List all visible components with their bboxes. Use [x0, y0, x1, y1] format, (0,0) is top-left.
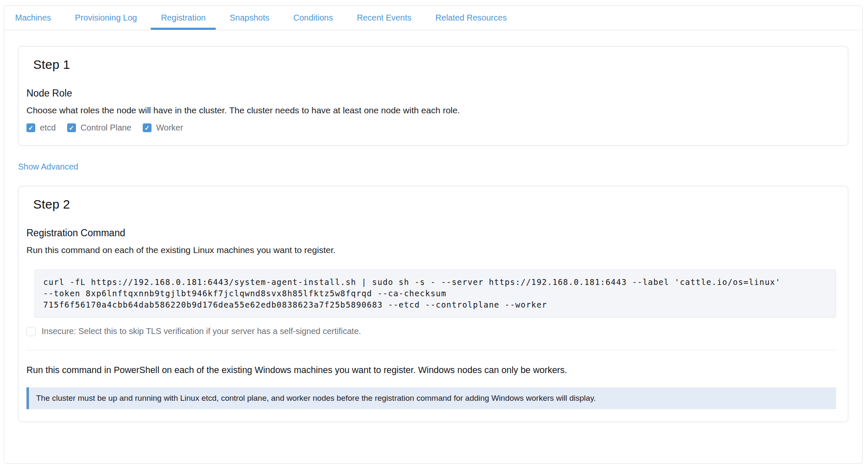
node-role-heading: Node Role [26, 88, 836, 99]
role-label: Worker [156, 123, 183, 133]
tab-conditions[interactable]: Conditions [283, 6, 343, 30]
insecure-checkbox[interactable] [26, 327, 36, 336]
registration-command-heading: Registration Command [26, 227, 836, 239]
insecure-option[interactable]: Insecure: Select this to skip TLS verifi… [26, 326, 836, 336]
role-label: Control Plane [81, 123, 131, 133]
tab-recent-events[interactable]: Recent Events [347, 6, 421, 30]
tab-related-resources[interactable]: Related Resources [425, 6, 517, 30]
windows-info-banner: The cluster must be up and running with … [26, 387, 836, 409]
tab-provisioning-log[interactable]: Provisioning Log [65, 6, 147, 30]
checkbox-icon[interactable]: ✓ [26, 123, 35, 132]
checkbox-icon[interactable]: ✓ [143, 123, 152, 132]
tab-registration[interactable]: Registration [151, 6, 216, 30]
command-line: --token 8xp6lnftqxnnb9tgjlbt946kf7jclqwn… [43, 288, 827, 299]
windows-banner-text: The cluster must be up and running with … [36, 394, 596, 402]
step2-card: Step 2 Registration Command Run this com… [18, 186, 848, 422]
role-option-worker[interactable]: ✓Worker [143, 123, 183, 133]
tab-snapshots[interactable]: Snapshots [220, 6, 280, 30]
role-option-etcd[interactable]: ✓etcd [26, 123, 56, 133]
cluster-detail-panel: MachinesProvisioning LogRegistrationSnap… [4, 5, 863, 464]
command-line: curl -fL https://192.168.0.181:6443/syst… [43, 277, 827, 288]
role-option-control-plane[interactable]: ✓Control Plane [67, 123, 131, 133]
step1-title: Step 1 [33, 57, 836, 72]
command-line: 715f6f56170a4cbb64dab586220b9d176dea55e6… [43, 299, 827, 311]
checkbox-icon[interactable]: ✓ [67, 123, 76, 132]
linux-instruction-text: Run this command on each of the existing… [26, 245, 836, 255]
tab-bar: MachinesProvisioning LogRegistrationSnap… [4, 6, 862, 30]
role-label: etcd [40, 123, 56, 133]
windows-instruction-text: Run this command in PowerShell on each o… [26, 365, 836, 376]
insecure-label: Insecure: Select this to skip TLS verifi… [42, 326, 361, 336]
tab-machines[interactable]: Machines [5, 6, 61, 30]
section-divider [26, 350, 836, 350]
registration-command-code: curl -fL https://192.168.0.181:6443/syst… [34, 269, 836, 318]
show-advanced-link[interactable]: Show Advanced [18, 162, 78, 172]
node-role-checkboxes: ✓etcd✓Control Plane✓Worker [26, 123, 836, 133]
registration-tab-content: Step 1 Node Role Choose what roles the n… [4, 30, 862, 422]
node-role-description: Choose what roles the node will have in … [26, 105, 836, 115]
step1-card: Step 1 Node Role Choose what roles the n… [18, 46, 848, 146]
step2-title: Step 2 [33, 197, 836, 212]
